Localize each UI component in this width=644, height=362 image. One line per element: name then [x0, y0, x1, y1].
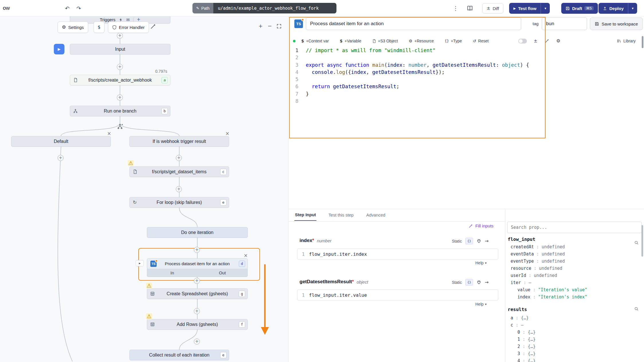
- library-button[interactable]: Library: [617, 37, 636, 45]
- node-branch-default[interactable]: Default: [11, 136, 111, 147]
- plug-icon[interactable]: [476, 280, 481, 285]
- add-context-var-button[interactable]: $ +Context var: [301, 39, 329, 43]
- diff-button[interactable]: ± Diff: [482, 3, 503, 13]
- insert-step-icon[interactable]: +: [117, 64, 123, 70]
- flow-input-section-title[interactable]: flow_input: [508, 237, 535, 242]
- insert-step-icon[interactable]: +: [194, 247, 200, 253]
- expr-mode-chip[interactable]: {}: [465, 238, 473, 244]
- editor-settings-gear-icon[interactable]: ⚙: [556, 39, 560, 43]
- insert-step-icon[interactable]: +: [176, 155, 182, 161]
- tab-step-input[interactable]: Step Input: [294, 209, 316, 221]
- add-type-button[interactable]: {} +Type: [445, 39, 462, 43]
- search-icon[interactable]: [634, 307, 639, 311]
- add-s3-object-button[interactable]: +S3 Object: [372, 39, 398, 43]
- help-link[interactable]: Help ▾: [475, 261, 487, 265]
- node-branch-if[interactable]: If is webhook trigger result: [129, 136, 229, 147]
- node-process-dataset-item[interactable]: TS Process dataset item for an action d: [147, 258, 248, 269]
- prop-row[interactable]: a : {…}: [505, 314, 535, 322]
- deploy-dropdown-icon[interactable]: ▾: [628, 3, 637, 14]
- node-for-loop[interactable]: ↻ For loop (skip failures) e: [129, 197, 229, 208]
- insert-step-icon[interactable]: +: [194, 339, 200, 345]
- prop-row[interactable]: eventType : undefined: [505, 258, 587, 265]
- flow-settings-button[interactable]: ⚙ Settings: [58, 21, 88, 33]
- close-branch-icon[interactable]: ×: [106, 130, 112, 137]
- search-prop-input[interactable]: [507, 222, 642, 233]
- draft-button[interactable]: Draft ⌘S: [561, 3, 598, 14]
- plug-icon[interactable]: [476, 239, 481, 243]
- prop-row[interactable]: userId : undefined: [505, 272, 587, 279]
- node-input[interactable]: Input: [70, 44, 170, 54]
- error-handler-button[interactable]: Error Handler: [108, 21, 149, 33]
- reset-button[interactable]: ↺ Reset: [473, 39, 489, 43]
- expand-arrow-icon[interactable]: →: [485, 239, 489, 243]
- node-run-one-branch[interactable]: Run one branch b: [70, 106, 170, 116]
- node-do-one-iteration[interactable]: Do one iteration: [147, 227, 248, 238]
- insert-step-icon[interactable]: +: [117, 95, 123, 101]
- expr-editor-index[interactable]: 1 flow_input.iter.index: [297, 249, 498, 259]
- static-label[interactable]: Static: [452, 280, 462, 285]
- search-icon[interactable]: [634, 241, 639, 245]
- insert-step-icon[interactable]: +: [194, 278, 200, 284]
- path-value[interactable]: u/admin/example_actor_webhook_flow_fork: [213, 3, 336, 13]
- prop-row[interactable]: createdAt : undefined: [505, 243, 587, 251]
- static-label[interactable]: Static: [452, 239, 462, 243]
- step-in-tab[interactable]: In: [147, 269, 197, 277]
- props-scrollbar[interactable]: [641, 225, 643, 257]
- tab-test-this-step[interactable]: Test this step: [328, 209, 354, 221]
- close-branch-icon[interactable]: ×: [224, 130, 231, 137]
- help-link[interactable]: Help ▾: [475, 302, 487, 306]
- node-create-actor-webhook[interactable]: f/scripts/create_actor_webhook a: [70, 75, 170, 85]
- expr-mode-chip[interactable]: {}: [465, 279, 473, 286]
- prop-row[interactable]: index : "Iteration's index": [505, 294, 587, 301]
- run-input-play-button[interactable]: ▶: [54, 44, 64, 54]
- prop-row[interactable]: iter : –: [505, 279, 587, 286]
- ai-wand-icon[interactable]: [150, 23, 156, 29]
- deploy-button[interactable]: Deploy ▾: [598, 3, 637, 14]
- prop-row[interactable]: value : "Iteration's value": [505, 286, 587, 294]
- step-out-tab[interactable]: Out: [197, 269, 247, 277]
- results-section-title[interactable]: results: [508, 307, 527, 312]
- save-to-workspace-button[interactable]: Save to workspace: [590, 17, 643, 30]
- add-variable-button[interactable]: $ +Variable: [340, 39, 361, 43]
- prop-row[interactable]: 0 : {…}: [505, 329, 535, 336]
- prop-row[interactable]: 4 : {…}: [505, 357, 535, 362]
- prop-row[interactable]: 1 : {…}: [505, 336, 535, 343]
- fill-inputs-button[interactable]: Fill inputs: [468, 223, 493, 228]
- expr-editor-result[interactable]: 1 flow_input.iter.value: [297, 290, 498, 300]
- prop-row[interactable]: 2 : {…}: [505, 343, 535, 350]
- close-step-icon[interactable]: ×: [243, 252, 249, 259]
- add-branch-icon[interactable]: [116, 122, 124, 131]
- prop-row[interactable]: resource : undefined: [505, 265, 587, 272]
- expand-arrow-icon[interactable]: →: [485, 280, 489, 285]
- email-trigger-icon[interactable]: ✉: [126, 18, 130, 22]
- path-control[interactable]: ✎ Path u/admin/example_actor_webhook_flo…: [192, 3, 336, 13]
- insert-step-icon[interactable]: +: [117, 33, 123, 39]
- ai-wand-icon[interactable]: [544, 38, 550, 44]
- test-flow-dropdown-icon[interactable]: ▾: [541, 3, 550, 14]
- node-add-rows[interactable]: Add Rows (gsheets) f: [147, 319, 248, 330]
- plusminus-icon[interactable]: ±: [534, 39, 537, 43]
- insert-step-icon[interactable]: +: [58, 155, 64, 161]
- prop-row[interactable]: c : –: [505, 322, 535, 329]
- run-step-chip[interactable]: ▸: [136, 260, 144, 266]
- kebab-menu-icon[interactable]: ⋮: [451, 3, 460, 13]
- redo-icon[interactable]: ↷: [74, 3, 84, 13]
- node-create-spreadsheet[interactable]: Create Spreadsheet (gsheets) g: [147, 288, 248, 299]
- add-resource-button[interactable]: ⚙ +Resource: [409, 39, 434, 43]
- prop-row[interactable]: eventData : undefined: [505, 251, 587, 258]
- webhook-bolt-icon[interactable]: [119, 18, 123, 22]
- insert-step-icon[interactable]: +: [194, 308, 200, 314]
- prop-row[interactable]: 3 : {…}: [505, 350, 535, 357]
- undo-icon[interactable]: ↶: [62, 3, 72, 13]
- node-get-dataset-items[interactable]: f/scripts/get_dataset_items c: [129, 166, 229, 177]
- flow-variables-button[interactable]: $: [94, 21, 105, 33]
- flow-canvas[interactable]: Triggers ✉ + ⚙ Settings $ Error Handler …: [0, 16, 289, 362]
- insert-step-icon[interactable]: +: [176, 186, 182, 192]
- node-collect-result[interactable]: Collect result of each iteration e: [129, 350, 229, 360]
- step-title-input[interactable]: [306, 17, 521, 30]
- path-chip[interactable]: ✎ Path: [192, 3, 213, 13]
- editor-scrollbar[interactable]: [642, 36, 643, 48]
- add-trigger-icon[interactable]: +: [137, 17, 141, 22]
- docs-book-icon[interactable]: [466, 4, 474, 13]
- code-lines[interactable]: // import * as wmill from "windmill-clie…: [306, 47, 529, 105]
